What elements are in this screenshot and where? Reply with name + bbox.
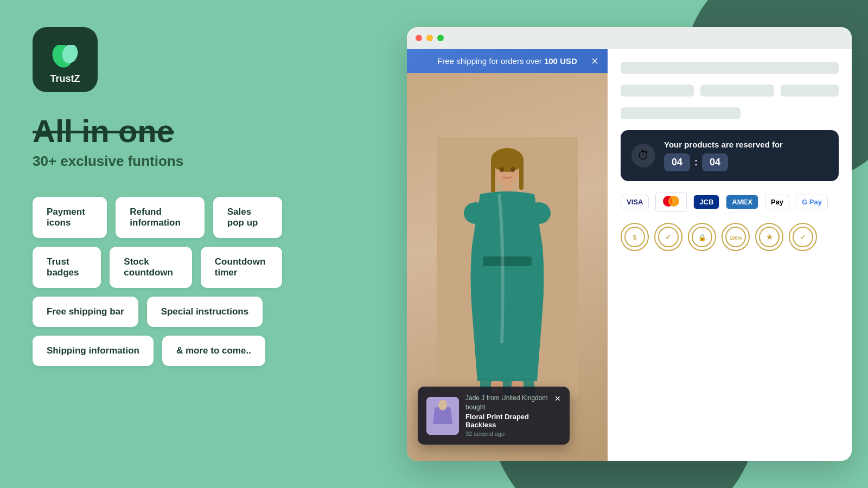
svg-text:★: ★ — [766, 233, 773, 241]
popup-dress-thumbnail — [426, 397, 459, 435]
mastercard-icon — [661, 195, 681, 207]
timer-icon: ⏱ — [631, 144, 655, 168]
svg-text:100%: 100% — [729, 235, 742, 241]
product-details-panel: ⏱ Your products are reserved for 04 : 04… — [608, 49, 852, 461]
browser-dot-fullscreen — [437, 35, 444, 41]
popup-product-image — [426, 397, 459, 435]
skeleton-title — [621, 62, 839, 74]
product-image-wrapper: Jade J from United Kingdom bought Floral… — [407, 73, 608, 461]
trust-badge-2: ✓ — [654, 223, 682, 251]
svg-point-8 — [464, 202, 488, 224]
popup-time: 32 second ago — [465, 431, 548, 437]
svg-rect-7 — [503, 182, 512, 192]
payment-mastercard — [655, 192, 687, 212]
popup-buyer-name: Jade J from United Kingdom — [465, 394, 548, 402]
browser-bar — [407, 27, 852, 49]
features-row-2: Trust badges Stock countdown Countdown t… — [33, 247, 282, 288]
trust-badge-5: ★ — [755, 223, 783, 251]
skeleton-option-1 — [621, 85, 694, 97]
features-row-1: Payment icons Refund information Sales p… — [33, 197, 282, 238]
popup-product-name: Floral Print Draped Backless — [465, 413, 548, 429]
features-grid: Payment icons Refund information Sales p… — [33, 197, 282, 366]
skeleton-button — [621, 107, 741, 119]
svg-point-16 — [510, 167, 515, 172]
timer-digits: 04 : 04 — [664, 153, 828, 171]
product-area: Free shipping for orders over 100 USD ✕ — [407, 49, 608, 461]
trust-badge-icon-3: 🔒 — [691, 226, 713, 248]
product-dress-illustration — [437, 137, 578, 397]
trust-badge-6: ✓ — [789, 223, 817, 251]
logo-icon — [46, 45, 84, 75]
trust-badges: $ ✓ 🔒 — [621, 223, 839, 251]
timer-minutes: 04 — [664, 153, 690, 171]
trust-badge-3: 🔒 — [688, 223, 716, 251]
svg-point-4 — [491, 148, 524, 172]
features-row-4: Shipping information & more to come.. — [33, 336, 282, 366]
trust-badge-1: $ — [621, 223, 649, 251]
popup-content: Jade J from United Kingdom bought Floral… — [465, 394, 548, 437]
svg-text:✓: ✓ — [665, 233, 672, 241]
timer-seconds: 04 — [702, 153, 728, 171]
skeleton-option-2 — [700, 85, 774, 97]
trust-badge-icon-5: ★ — [758, 226, 780, 248]
svg-point-18 — [438, 400, 447, 410]
features-row-3: Free shipping bar Special instructions — [33, 297, 282, 327]
payment-visa: VISA — [621, 195, 649, 209]
svg-rect-5 — [491, 160, 495, 192]
payment-jcb: JCB — [693, 195, 719, 209]
skeleton-option-3 — [781, 85, 839, 97]
feature-free-shipping-bar[interactable]: Free shipping bar — [33, 297, 138, 327]
payment-icons: VISA JCB AMEX Pay G Pay — [621, 192, 839, 212]
feature-countdown-timer[interactable]: Countdown timer — [201, 247, 282, 288]
svg-point-9 — [527, 202, 551, 224]
browser-content: Free shipping for orders over 100 USD ✕ — [407, 49, 852, 461]
shipping-bar-close[interactable]: ✕ — [591, 55, 599, 67]
timer-colon: : — [694, 157, 698, 168]
browser-window: Free shipping for orders over 100 USD ✕ — [407, 27, 852, 461]
feature-trust-badges[interactable]: Trust badges — [33, 247, 101, 288]
free-shipping-bar: Free shipping for orders over 100 USD ✕ — [407, 49, 608, 73]
svg-text:🔒: 🔒 — [698, 233, 706, 241]
feature-shipping-information[interactable]: Shipping information — [33, 336, 154, 366]
svg-text:✓: ✓ — [800, 234, 806, 241]
trust-badge-4: 100% — [722, 223, 750, 251]
trust-badge-icon-4: 100% — [725, 226, 746, 248]
svg-point-15 — [500, 167, 504, 172]
payment-google-pay: G Pay — [796, 195, 828, 209]
page-headline: All in one — [33, 114, 282, 149]
popup-close-button[interactable]: ✕ — [554, 394, 561, 403]
shipping-bar-text: Free shipping for orders over 100 USD — [437, 56, 577, 66]
timer-text-area: Your products are reserved for 04 : 04 — [664, 140, 828, 171]
feature-sales-popup[interactable]: Sales pop up — [213, 197, 282, 238]
feature-more[interactable]: & more to come.. — [162, 336, 265, 366]
payment-amex: AMEX — [726, 195, 758, 209]
logo: TrustZ — [33, 27, 98, 92]
skeleton-options-row — [621, 85, 839, 97]
left-panel: TrustZ All in one 30+ exclusive funtions… — [0, 0, 315, 488]
trust-badge-icon-2: ✓ — [658, 226, 679, 248]
feature-payment-icons[interactable]: Payment icons — [33, 197, 107, 238]
feature-special-instructions[interactable]: Special instructions — [147, 297, 263, 327]
browser-dot-minimize — [426, 35, 433, 41]
payment-apple-pay: Pay — [765, 195, 789, 209]
countdown-section: ⏱ Your products are reserved for 04 : 04 — [621, 130, 839, 181]
feature-stock-countdown[interactable]: Stock countdown — [110, 247, 192, 288]
sales-popup: Jade J from United Kingdom bought Floral… — [418, 387, 570, 445]
trust-badge-icon-6: ✓ — [792, 226, 814, 248]
browser-dot-close — [416, 35, 422, 41]
svg-text:$: $ — [633, 234, 637, 241]
feature-refund-information[interactable]: Refund information — [116, 197, 204, 238]
page-subheadline: 30+ exclusive funtions — [33, 153, 282, 170]
browser-mockup: Free shipping for orders over 100 USD ✕ — [407, 27, 852, 461]
timer-label: Your products are reserved for — [664, 140, 828, 149]
svg-rect-6 — [519, 160, 524, 190]
svg-rect-10 — [483, 256, 532, 266]
logo-text: TrustZ — [50, 73, 80, 85]
trust-badge-icon-1: $ — [624, 226, 646, 248]
shipping-bar-amount: 100 USD — [544, 56, 577, 66]
popup-action: bought — [465, 403, 548, 411]
